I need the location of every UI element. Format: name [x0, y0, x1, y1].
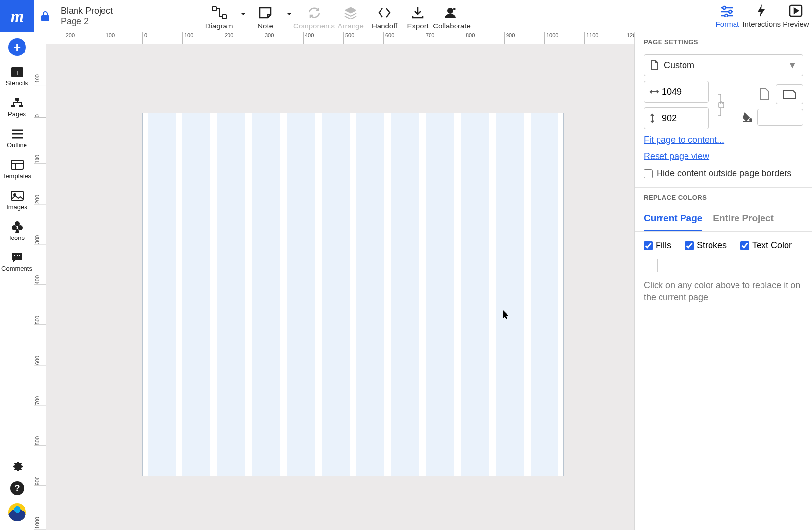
images-label: Images [6, 203, 27, 211]
images-icon [10, 188, 24, 203]
svg-point-17 [18, 225, 23, 230]
svg-rect-11 [19, 105, 23, 107]
svg-rect-13 [11, 191, 23, 200]
layers-icon [344, 5, 357, 21]
add-button[interactable]: + [8, 38, 26, 56]
play-icon [789, 3, 803, 19]
format-label: Format [716, 20, 739, 28]
svg-rect-20 [719, 102, 724, 108]
fill-icon[interactable] [741, 111, 753, 123]
sidebar-item-icons[interactable]: Icons [0, 214, 34, 245]
landscape-button[interactable] [776, 84, 803, 104]
link-dimensions-toggle[interactable] [715, 90, 726, 120]
project-title[interactable]: Blank Project [61, 6, 113, 16]
arrange-button[interactable]: Arrange [336, 0, 365, 32]
canvas-page[interactable] [142, 113, 564, 476]
clubs-icon [11, 219, 24, 234]
color-swatch[interactable] [644, 259, 658, 272]
page-size-select[interactable]: Custom ▼ [644, 54, 803, 76]
bolt-icon [757, 3, 766, 19]
pages-label: Pages [8, 110, 26, 118]
hide-outside-label: Hide content outside page borders [657, 168, 791, 179]
sidebar-item-stencils[interactable]: T Stencils [0, 60, 34, 91]
tab-entire-project[interactable]: Entire Project [713, 206, 774, 231]
hide-outside-checkbox[interactable]: Hide content outside page borders [644, 168, 803, 179]
replace-colors-hint: Click on any color above to replace it o… [635, 274, 812, 314]
chevron-down-icon: ▼ [788, 60, 797, 71]
collaborate-button[interactable]: Collaborate [433, 0, 471, 32]
tab-current-page[interactable]: Current Page [644, 206, 702, 231]
horizontal-ruler: -200-10001002003004005006007008009001000… [34, 32, 634, 44]
components-button[interactable]: Components [293, 0, 335, 32]
page-title[interactable]: Page 2 [61, 16, 113, 26]
sidebar-item-pages[interactable]: Pages [0, 91, 34, 122]
sidebar-item-comments[interactable]: Comments [0, 245, 34, 276]
comments-icon [11, 250, 24, 265]
sidebar-item-templates[interactable]: Templates [0, 153, 34, 184]
stencils-label: Stencils [6, 80, 28, 87]
svg-point-21 [750, 119, 752, 121]
canvas-area[interactable]: -200-10001002003004005006007008009001000… [34, 32, 634, 530]
svg-rect-1 [222, 15, 226, 19]
comments-label: Comments [1, 265, 32, 272]
sliders-icon [720, 3, 734, 19]
arrange-label: Arrange [337, 22, 363, 30]
svg-point-4 [729, 10, 732, 13]
page-height-input[interactable]: 902 [644, 107, 709, 129]
page-height-value: 902 [662, 113, 677, 124]
handoff-icon [377, 5, 392, 21]
user-avatar[interactable] [8, 504, 26, 521]
svg-rect-12 [11, 160, 23, 169]
refresh-icon [307, 5, 321, 21]
svg-rect-10 [11, 105, 15, 107]
outline-label: Outline [7, 141, 27, 149]
replace-colors-heading: REPLACE COLORS [635, 188, 812, 206]
svg-text:T: T [15, 70, 18, 76]
handoff-button[interactable]: Handoff [366, 0, 403, 32]
interactions-button[interactable]: Interactions [742, 0, 781, 30]
page-fill-swatch[interactable] [757, 109, 803, 126]
diagram-dropdown-caret[interactable] [240, 12, 246, 16]
handoff-label: Handoff [372, 22, 397, 30]
svg-point-3 [723, 6, 726, 9]
strokes-checkbox[interactable]: Strokes [685, 240, 727, 251]
export-button[interactable]: Export [404, 0, 432, 32]
svg-text:?: ? [14, 483, 20, 493]
page-icon [650, 60, 659, 71]
note-icon [258, 5, 272, 21]
pages-icon [10, 96, 24, 110]
format-button[interactable]: Format [713, 0, 741, 30]
svg-rect-9 [15, 98, 19, 101]
svg-point-15 [15, 221, 20, 226]
textcolor-checkbox[interactable]: Text Color [740, 240, 792, 251]
portrait-icon[interactable] [759, 87, 770, 101]
sidebar-item-images[interactable]: Images [0, 184, 34, 214]
fit-page-link[interactable]: Fit page to content... [644, 135, 724, 145]
diagram-button[interactable]: Diagram [201, 5, 237, 32]
settings-button[interactable] [10, 458, 25, 473]
fills-checkbox[interactable]: Fills [644, 240, 671, 251]
note-dropdown-caret[interactable] [286, 12, 292, 16]
app-logo[interactable]: m [0, 0, 34, 32]
export-label: Export [407, 22, 428, 30]
help-button[interactable]: ? [10, 481, 25, 496]
components-label: Components [293, 22, 335, 30]
svg-rect-0 [212, 7, 216, 11]
interactions-label: Interactions [742, 20, 781, 28]
diagram-icon [212, 5, 227, 21]
export-icon [411, 5, 424, 21]
reset-view-link[interactable]: Reset page view [644, 151, 709, 161]
page-width-input[interactable]: 1049 [644, 81, 709, 103]
note-button[interactable]: Note [247, 5, 283, 32]
svg-point-2 [448, 8, 453, 13]
templates-icon [10, 158, 24, 172]
page-settings-heading: PAGE SETTINGS [635, 32, 812, 51]
icons-label: Icons [9, 234, 25, 241]
preview-button[interactable]: Preview [782, 0, 810, 30]
page-width-value: 1049 [662, 87, 682, 97]
cursor-icon [502, 309, 510, 320]
lock-icon[interactable] [40, 10, 52, 22]
sidebar-item-outline[interactable]: Outline [0, 122, 34, 153]
collaborate-icon [444, 5, 459, 21]
collaborate-label: Collaborate [433, 22, 471, 30]
